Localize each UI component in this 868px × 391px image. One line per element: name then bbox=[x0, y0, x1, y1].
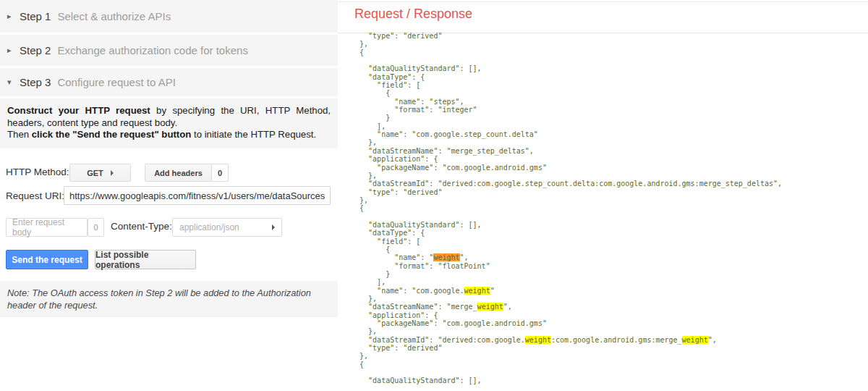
instructions-bold-2: click the "Send the request" button bbox=[32, 129, 192, 140]
triangle-right-icon bbox=[7, 12, 16, 21]
request-response-title: Request / Response bbox=[354, 7, 472, 22]
request-uri-input[interactable] bbox=[64, 186, 331, 205]
triangle-right-icon bbox=[111, 170, 114, 176]
add-headers-button[interactable]: Add headers bbox=[145, 164, 212, 182]
oauth-playground-window: Step 1 Select & authorize APIs Step 2 Ex… bbox=[0, 0, 868, 391]
send-request-button[interactable]: Send the request bbox=[6, 250, 88, 269]
step-1-label: Step 1 bbox=[20, 10, 51, 22]
panel-top-divider bbox=[338, 1, 868, 2]
headers-count-badge[interactable]: 0 bbox=[211, 164, 229, 182]
request-body-button[interactable]: Enter request body bbox=[6, 218, 88, 237]
request-config-panel: Step 1 Select & authorize APIs Step 2 Ex… bbox=[0, 0, 338, 391]
step-3-label: Step 3 bbox=[20, 76, 51, 88]
content-type-label: Content-Type: bbox=[111, 221, 172, 232]
step-3-title: Configure request to API bbox=[57, 76, 175, 88]
step-2-label: Step 2 bbox=[20, 44, 51, 56]
request-body-count-badge[interactable]: 0 bbox=[88, 218, 104, 237]
instructions-text-2: Then bbox=[7, 129, 32, 140]
step-1-title: Select & authorize APIs bbox=[57, 10, 171, 22]
request-body-placeholder: Enter request body bbox=[12, 217, 81, 237]
http-method-dropdown[interactable]: GET bbox=[69, 164, 131, 182]
content-type-dropdown[interactable]: application/json bbox=[172, 218, 282, 237]
instructions-text: Construct your HTTP request by specifyin… bbox=[0, 98, 338, 148]
request-response-panel: Request / Response "type": "derived" }, … bbox=[338, 0, 868, 391]
http-method-value: GET bbox=[87, 169, 103, 177]
step-3-header[interactable]: Step 3 Configure request to API bbox=[0, 68, 338, 96]
response-json: "type": "derived" }, { "dataQualityStand… bbox=[351, 32, 868, 391]
add-headers-label: Add headers bbox=[154, 169, 203, 177]
content-type-value: application/json bbox=[179, 222, 239, 232]
step-1-header[interactable]: Step 1 Select & authorize APIs bbox=[0, 0, 338, 33]
step-2-title: Exchange authorization code for tokens bbox=[57, 44, 248, 56]
triangle-right-icon bbox=[272, 224, 275, 230]
list-operations-button[interactable]: List possible operations bbox=[95, 250, 196, 269]
triangle-down-icon bbox=[7, 77, 16, 87]
instructions-text-3: to initiate the HTTP Request. bbox=[191, 129, 316, 140]
triangle-right-icon bbox=[7, 46, 16, 55]
request-uri-label: Request URI: bbox=[6, 190, 64, 201]
oauth-note: Note: The OAuth access token in Step 2 w… bbox=[0, 281, 338, 317]
instructions-bold-1: Construct your HTTP request bbox=[7, 105, 150, 116]
http-method-label: HTTP Method: bbox=[6, 167, 69, 177]
step-2-header[interactable]: Step 2 Exchange authorization code for t… bbox=[0, 35, 338, 66]
